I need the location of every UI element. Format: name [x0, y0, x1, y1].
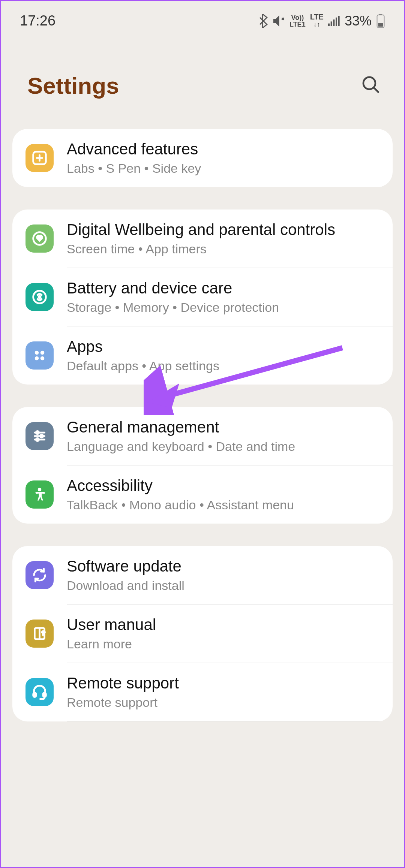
setting-item-accessibility[interactable]: Accessibility TalkBack • Mono audio • As…: [12, 465, 393, 524]
search-button[interactable]: [361, 75, 381, 97]
svg-rect-0: [328, 23, 330, 26]
setting-subtitle: Storage • Memory • Device protection: [67, 300, 380, 315]
setting-title: Accessibility: [67, 477, 380, 495]
svg-point-17: [40, 356, 45, 361]
setting-title: Remote support: [67, 674, 380, 692]
setting-item-battery-device-care[interactable]: Battery and device care Storage • Memory…: [12, 268, 393, 326]
setting-title: General management: [67, 418, 380, 436]
settings-group: Advanced features Labs • S Pen • Side ke…: [12, 129, 393, 187]
svg-rect-7: [378, 23, 383, 27]
update-icon: [26, 561, 54, 589]
setting-subtitle: Remote support: [67, 695, 380, 710]
svg-marker-32: [147, 383, 179, 408]
heart-circle-icon: [26, 224, 54, 253]
setting-title: Battery and device care: [67, 279, 380, 297]
battery-percent: 33%: [345, 13, 372, 29]
setting-subtitle: Default apps • App settings: [67, 359, 380, 373]
svg-rect-1: [331, 21, 332, 26]
status-bar: 17:26 Vo)) LTE1 LTE ↓↑ 33%: [1, 1, 404, 35]
setting-item-user-manual[interactable]: ? User manual Learn more: [12, 605, 393, 663]
lte-icon: LTE ↓↑: [310, 13, 324, 28]
plus-square-icon: [26, 144, 54, 172]
setting-subtitle: Labs • S Pen • Side key: [67, 161, 380, 176]
svg-point-13: [39, 296, 41, 298]
setting-title: User manual: [67, 616, 380, 634]
setting-title: Software update: [67, 557, 380, 575]
book-icon: ?: [26, 620, 54, 648]
setting-item-apps[interactable]: Apps Default apps • App settings: [12, 326, 393, 385]
status-icons: Vo)) LTE1 LTE ↓↑ 33%: [257, 13, 385, 29]
volte-icon: Vo)) LTE1: [290, 14, 306, 28]
setting-item-digital-wellbeing[interactable]: Digital Wellbeing and parental controls …: [12, 210, 393, 268]
data-arrows-icon: ↓↑: [314, 21, 320, 28]
search-icon: [361, 75, 381, 95]
svg-line-9: [374, 87, 379, 93]
headset-icon: [26, 678, 54, 706]
signal-icon: [328, 16, 340, 26]
svg-text:?: ?: [42, 630, 45, 636]
svg-point-16: [35, 356, 39, 361]
person-icon: [26, 480, 54, 509]
setting-title: Advanced features: [67, 140, 380, 158]
divider: [67, 721, 393, 721]
setting-item-advanced-features[interactable]: Advanced features Labs • S Pen • Side ke…: [12, 129, 393, 187]
setting-subtitle: Download and install: [67, 578, 380, 593]
sliders-icon: [26, 422, 54, 450]
setting-item-general-management[interactable]: General management Language and keyboard…: [12, 407, 393, 465]
bluetooth-icon: [257, 14, 268, 28]
settings-group: Digital Wellbeing and parental controls …: [12, 210, 393, 385]
svg-point-21: [40, 435, 43, 438]
svg-rect-2: [333, 19, 334, 26]
settings-group: General management Language and keyboard…: [12, 407, 393, 524]
status-time: 17:26: [20, 13, 56, 29]
svg-rect-28: [33, 693, 36, 697]
setting-subtitle: TalkBack • Mono audio • Assistant menu: [67, 498, 380, 512]
mute-icon: [272, 15, 285, 27]
svg-point-23: [36, 438, 39, 441]
svg-rect-4: [338, 16, 340, 26]
setting-subtitle: Learn more: [67, 637, 380, 651]
svg-point-8: [363, 77, 375, 89]
setting-title: Apps: [67, 338, 380, 356]
setting-subtitle: Screen time • App timers: [67, 242, 380, 256]
svg-point-15: [40, 351, 45, 355]
svg-point-19: [36, 431, 39, 434]
grid-dots-icon: [26, 341, 54, 370]
svg-rect-3: [336, 17, 337, 26]
setting-subtitle: Language and keyboard • Date and time: [67, 439, 380, 454]
battery-icon: [376, 14, 385, 28]
setting-title: Digital Wellbeing and parental controls: [67, 221, 380, 239]
svg-point-24: [38, 488, 41, 491]
setting-item-software-update[interactable]: Software update Download and install: [12, 546, 393, 604]
setting-item-remote-support[interactable]: Remote support Remote support: [12, 663, 393, 721]
page-title: Settings: [27, 72, 119, 99]
settings-header: Settings: [1, 35, 404, 129]
svg-rect-29: [43, 693, 46, 697]
settings-group: Software update Download and install ? U…: [12, 546, 393, 721]
refresh-circle-icon: [26, 283, 54, 311]
svg-point-14: [35, 351, 39, 355]
